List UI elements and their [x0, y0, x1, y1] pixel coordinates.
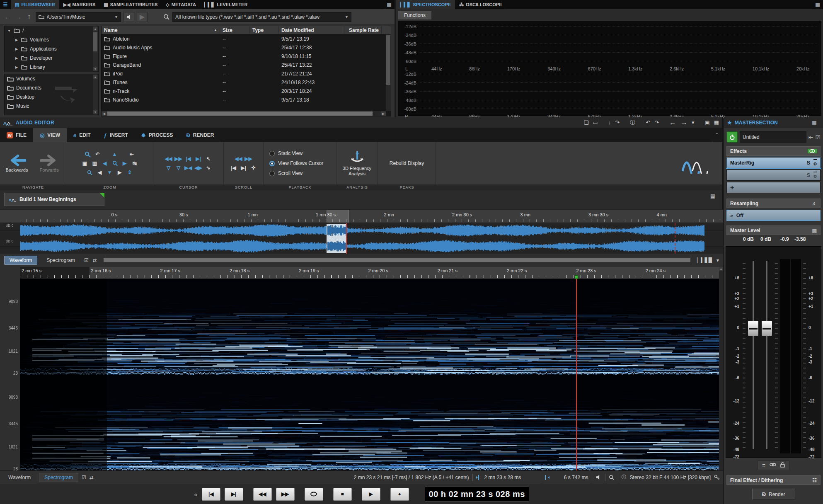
overview-ruler[interactable]: 0 s30 s1 mn1 mn 30 s2 mn2 mn 30 s3 mn3 m…: [0, 209, 723, 223]
tree-item[interactable]: ▶ Applications: [5, 44, 98, 53]
zoom-fit-icon[interactable]: ▣: [81, 160, 89, 167]
zoom-vertical-fit-icon[interactable]: ⇕: [126, 169, 134, 176]
monitor-speaker-icon[interactable]: [595, 475, 602, 480]
ribbon-tab-render[interactable]: ÐRENDER: [179, 128, 220, 142]
save-icon[interactable]: ↓: [608, 119, 611, 126]
main-tab-spectrogram[interactable]: Spectrogram: [39, 473, 78, 482]
stop-button[interactable]: ■: [333, 488, 352, 501]
file-row[interactable]: GarageBand -- 25/4/17 13:22: [102, 61, 391, 69]
main-ruler[interactable]: 2 mn 15 s2 mn 16 s2 mn 17 s2 mn 18 s2 mn…: [20, 267, 719, 279]
tree-item[interactable]: ▶ Volumes: [5, 35, 98, 44]
magnify-status-icon[interactable]: [609, 475, 615, 480]
tree-item[interactable]: ▶ Developer: [5, 53, 98, 63]
tree-item[interactable]: ▶ Library: [5, 63, 98, 72]
transport-collapse-icon[interactable]: «: [194, 491, 197, 498]
ribbon-tab-edit[interactable]: eEDIT: [67, 128, 97, 142]
expand-arrow-icon[interactable]: ▶: [15, 47, 19, 51]
link-mode-icon[interactable]: =: [762, 462, 765, 468]
tab-oscilloscope[interactable]: ⁂OSCILLOSCOPE: [455, 0, 506, 9]
collapse-arrow-icon[interactable]: ▼: [7, 29, 11, 33]
master-power-button[interactable]: [726, 131, 738, 143]
reset-icon[interactable]: ⇤: [808, 134, 813, 141]
open-folder-icon[interactable]: ▭: [593, 119, 598, 126]
shortcut-scrollbar[interactable]: ▲▼: [93, 75, 98, 114]
loop-button[interactable]: [305, 488, 323, 501]
nav-back-icon[interactable]: ←: [669, 119, 676, 127]
layout-icon[interactable]: ▦: [714, 119, 719, 126]
preset-name-field[interactable]: Untitled: [740, 131, 806, 143]
scroll-right-icon[interactable]: ▶: [116, 169, 124, 176]
cursor-sel-start-icon[interactable]: ▽: [165, 164, 173, 172]
file-row[interactable]: n-Track -- 20/3/17 18:24: [102, 87, 391, 95]
rebuild-display-button[interactable]: Rebuild Display: [390, 160, 424, 166]
document-tab[interactable]: Build 1 New Beginnings: [4, 193, 104, 206]
bypass-icon[interactable]: o: [813, 159, 817, 167]
scroll-left-icon[interactable]: ◀: [96, 169, 104, 176]
final-effect-header[interactable]: Final Effect / Dithering ☷: [726, 475, 821, 485]
search-icon[interactable]: [163, 14, 170, 20]
tab-metadata[interactable]: ◇METADATA: [162, 0, 200, 9]
functions-button[interactable]: Functions: [398, 11, 432, 20]
scroll-center-icon[interactable]: ✜: [249, 164, 258, 172]
scroll-next-icon[interactable]: ▶|: [240, 164, 248, 172]
zoom-in-vertical-icon[interactable]: ▲: [104, 150, 126, 158]
zoom-undo-icon[interactable]: ↶: [94, 150, 102, 158]
forwards-button[interactable]: Forwards: [36, 154, 63, 172]
overview-waveform-canvas[interactable]: [0, 223, 723, 254]
zoom-to-start-icon[interactable]: ⇤: [128, 150, 136, 158]
master-level-header[interactable]: Master Level ▤: [726, 225, 821, 235]
play-button[interactable]: ▶: [362, 488, 380, 501]
overview-waveform[interactable]: dB 0 dB 0: [0, 223, 723, 254]
panel-options-icon[interactable]: ▦: [812, 0, 823, 9]
key-icon[interactable]: [714, 475, 720, 480]
maximize-icon[interactable]: ▣: [704, 119, 709, 126]
zoom-bar-icon[interactable]: ▏▍▋▉: [697, 257, 712, 263]
column-size[interactable]: Size: [220, 26, 250, 34]
ribbon-tab-file[interactable]: wFILE: [0, 128, 33, 142]
back-icon[interactable]: ←: [3, 13, 12, 20]
effects-header[interactable]: Effects: [726, 146, 821, 156]
column-type[interactable]: Type: [250, 26, 279, 34]
scroll-prev-icon[interactable]: |◀: [230, 164, 238, 172]
radio-scroll-view[interactable]: Scroll View: [269, 169, 303, 177]
spectrogram-channel-right[interactable]: [20, 375, 719, 470]
effects-monitor-button[interactable]: [808, 149, 817, 153]
save-as-icon[interactable]: ↷: [615, 119, 620, 126]
status-selection-length[interactable]: 6 s 742 ms: [553, 475, 588, 480]
rewind-button[interactable]: ◀◀: [253, 488, 272, 501]
zoom-menu-icon[interactable]: ▾: [716, 257, 719, 263]
new-file-icon[interactable]: ❏: [584, 119, 589, 126]
overview-tab-spectrogram[interactable]: Spectrogram: [41, 256, 80, 264]
swap-views-icon[interactable]: ⇄: [90, 475, 94, 480]
file-row[interactable]: NanoStudio -- 9/5/17 13:18: [102, 95, 391, 104]
tab-list-icon[interactable]: ▦: [707, 193, 718, 199]
go-to-start-button[interactable]: |◀: [202, 488, 220, 501]
zoom-out-small-icon[interactable]: [86, 169, 94, 176]
main-vscrollbar[interactable]: ▲: [719, 267, 723, 470]
panel-options-icon[interactable]: ▦: [809, 120, 820, 126]
zoom-selection-icon[interactable]: [84, 150, 92, 158]
ribbon-tab-insert[interactable]: ƒINSERT: [97, 128, 135, 142]
preset-check-icon[interactable]: ☑: [815, 134, 821, 141]
column-date-modified[interactable]: Date Modified: [279, 26, 344, 34]
cursor-pointer-icon[interactable]: ↖: [204, 155, 213, 162]
tree-root-row[interactable]: ▼ /: [5, 26, 98, 35]
fader-knob-left[interactable]: [748, 321, 759, 336]
expand-arrow-icon[interactable]: ▶: [15, 65, 19, 69]
zoom-lens-icon[interactable]: [111, 160, 119, 167]
file-list-vscrollbar[interactable]: [386, 34, 391, 111]
playback-cursor-head[interactable]: [575, 275, 578, 279]
panel-options-icon[interactable]: ▦: [384, 0, 395, 9]
time-display[interactable]: 00 h 02 mn 23 s 028 ms: [425, 487, 529, 502]
dropdown-icon[interactable]: ▾: [692, 119, 695, 126]
effect-slot-empty[interactable]: So: [726, 170, 821, 181]
resampling-header[interactable]: Resampling ♬: [726, 199, 821, 208]
unlock-icon[interactable]: [780, 462, 785, 468]
nav-forward-icon[interactable]: →: [680, 119, 687, 127]
cursor-prev-icon[interactable]: |◀: [184, 155, 193, 162]
tab-levelmeter[interactable]: ▏▍▋LEVELMETER: [200, 0, 252, 9]
overview-tab-waveform[interactable]: Waveform: [4, 256, 37, 265]
resampling-off-button[interactable]: » Off: [726, 210, 821, 221]
tab-markers[interactable]: ▶◀MARKERS: [59, 0, 100, 9]
audition-speaker-button[interactable]: [123, 12, 134, 22]
